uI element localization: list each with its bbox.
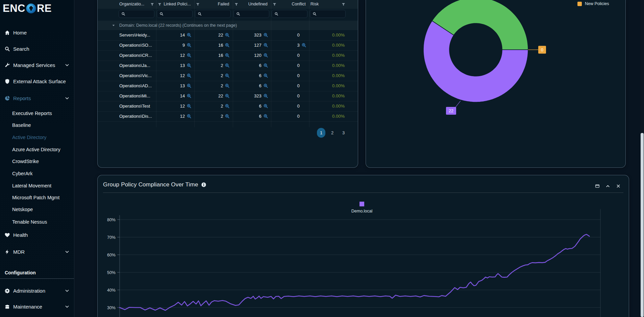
chevron-down-icon[interactable]	[65, 249, 70, 254]
vertical-scrollbar[interactable]	[640, 0, 644, 317]
zoom-in-icon[interactable]	[263, 114, 268, 119]
zoom-in-icon[interactable]	[263, 32, 268, 38]
page-button-1[interactable]: 1	[317, 128, 325, 138]
info-icon[interactable]	[201, 182, 206, 187]
column-filter-input[interactable]	[272, 10, 307, 18]
column-filter-input[interactable]	[310, 10, 346, 18]
y-axis-tick-label: 30%	[107, 305, 116, 310]
zoom-in-icon[interactable]	[225, 114, 230, 119]
heart-icon	[4, 232, 10, 238]
zoom-in-icon[interactable]	[225, 93, 230, 98]
sidebar-item-executive-reports[interactable]: Executive Reports	[12, 109, 74, 118]
sidebar-item-tenable-nessus[interactable]: Tenable Nessus	[12, 218, 74, 226]
zoom-in-icon[interactable]	[225, 104, 230, 109]
filter-funnel-icon[interactable]	[150, 2, 154, 6]
zoom-in-icon[interactable]	[301, 43, 306, 48]
maximize-window-icon[interactable]	[595, 184, 600, 188]
sidebar-item-maintenance[interactable]: Maintenance	[0, 302, 74, 311]
sidebar-item-active-directory[interactable]: Active Directory	[12, 133, 74, 142]
sidebar-item-managed-services[interactable]: Managed Services	[0, 60, 74, 70]
filter-funnel-icon[interactable]	[157, 2, 162, 6]
zoom-in-icon[interactable]	[187, 32, 192, 38]
chevron-down-icon[interactable]	[65, 304, 70, 309]
filter-funnel-icon[interactable]	[196, 2, 200, 6]
zoom-in-icon[interactable]	[225, 63, 230, 68]
y-axis-tick-label: 80%	[107, 218, 116, 222]
sidebar-item-reports[interactable]: Reports	[0, 93, 74, 103]
zoom-in-icon[interactable]	[225, 83, 230, 88]
chevron-down-icon[interactable]	[65, 288, 70, 293]
column-filter-input[interactable]	[195, 10, 231, 18]
table-group-row[interactable]: Domain: Demo.local (22 records) (Continu…	[98, 21, 358, 30]
chevron-down-icon[interactable]	[65, 96, 70, 101]
sidebar-item-health[interactable]: Health	[0, 230, 74, 240]
zoom-in-icon[interactable]	[225, 32, 230, 38]
sidebar-item-mdr[interactable]: MDR	[0, 247, 74, 256]
table-row[interactable]: Operations\Dis...122600.00%	[98, 111, 358, 122]
zoom-in-icon[interactable]	[187, 63, 192, 68]
sidebar-item-baseline[interactable]: Baseline	[12, 121, 74, 130]
filter-funnel-icon[interactable]	[234, 2, 239, 6]
org-unit-cell: Operations\AD...	[119, 81, 152, 91]
sidebar-item-external-attack-surface[interactable]: External Attack Surface	[0, 76, 74, 86]
zoom-in-icon[interactable]	[263, 104, 268, 109]
zoom-in-icon[interactable]	[263, 63, 268, 68]
collapse-chevron-up-icon[interactable]	[605, 184, 610, 188]
compliance-line-chart[interactable]: 30%40%50%60%70%80%	[98, 209, 629, 317]
zoom-in-icon[interactable]	[187, 114, 192, 119]
sidebar-item-cyberark[interactable]: CyberArk	[12, 169, 74, 178]
zoom-in-icon[interactable]	[225, 43, 230, 48]
column-header-6[interactable]: Risk	[311, 0, 319, 9]
sidebar-item-search[interactable]: Search	[0, 44, 74, 53]
column-filter-input[interactable]	[119, 10, 154, 18]
zoom-in-icon[interactable]	[263, 53, 268, 58]
zoom-in-icon[interactable]	[225, 53, 230, 58]
table-row[interactable]: Operations\Mi...142232300.00%	[98, 91, 358, 101]
page-button-2[interactable]: 2	[328, 128, 337, 138]
zoom-in-icon[interactable]	[187, 53, 192, 58]
sidebar-item-home[interactable]: Home	[0, 28, 74, 37]
undef-cell: 6	[233, 71, 271, 81]
sidebar-item-azure-active-directory[interactable]: Azure Active Directory	[12, 145, 74, 154]
org-unit-cell: Operations\SO...	[119, 40, 152, 50]
zoom-in-icon[interactable]	[263, 73, 268, 78]
zoom-in-icon[interactable]	[263, 43, 268, 48]
table-row[interactable]: Operations\SO...91612730.00%	[98, 40, 358, 51]
column-header-1[interactable]: Organizatio...	[119, 0, 144, 9]
sidebar-item-crowdstrike[interactable]: CrowdStrike	[12, 157, 74, 166]
zoom-in-icon[interactable]	[187, 43, 192, 48]
page-button-3[interactable]: 3	[339, 128, 348, 138]
sidebar-item-netskope[interactable]: Netskope	[12, 205, 74, 214]
table-row[interactable]: Operations\Ja...132600.00%	[98, 61, 358, 71]
filter-funnel-icon[interactable]	[272, 2, 277, 6]
zoom-in-icon[interactable]	[263, 83, 268, 88]
caret-down-icon[interactable]	[112, 23, 116, 27]
table-row[interactable]: Operations\CR...121612000.00%	[98, 50, 358, 61]
zoom-in-icon[interactable]	[263, 93, 268, 98]
sidebar-item-administration[interactable]: Administration	[0, 286, 74, 295]
table-row[interactable]: Operations\Test122600.00%	[98, 101, 358, 112]
column-filter-input[interactable]	[157, 10, 193, 18]
sidebar-item-microsoft-patch-mgmt[interactable]: Microsoft Patch Mgmt	[12, 193, 74, 202]
scrollbar-thumb[interactable]	[641, 133, 644, 317]
zoom-in-icon[interactable]	[187, 83, 192, 88]
table-row[interactable]: Operations\AD...132600.00%	[98, 81, 358, 91]
column-header-2[interactable]: Linked Polici...	[164, 0, 191, 9]
column-divider	[156, 0, 156, 127]
close-icon[interactable]	[616, 184, 621, 188]
sidebar-item-label: MDR	[13, 249, 25, 255]
risk-cell: 0.00%	[309, 30, 345, 40]
encore-logo[interactable]: ENC RE	[3, 1, 52, 16]
zoom-in-icon[interactable]	[187, 104, 192, 109]
zoom-in-icon[interactable]	[187, 93, 192, 98]
table-row[interactable]: Servers\Heidy...142232300.00%	[98, 30, 358, 41]
table-row[interactable]: Operations\Vic...122600.00%	[98, 71, 358, 81]
filter-funnel-icon[interactable]	[341, 2, 346, 6]
column-filter-input[interactable]	[233, 10, 269, 18]
donut-chart[interactable]: 022	[366, 0, 625, 135]
chevron-down-icon[interactable]	[65, 63, 70, 68]
zoom-in-icon[interactable]	[187, 73, 192, 78]
sidebar-item-lateral-movement[interactable]: Lateral Movement	[12, 181, 74, 190]
pagination: 123	[317, 128, 348, 138]
zoom-in-icon[interactable]	[225, 73, 230, 78]
